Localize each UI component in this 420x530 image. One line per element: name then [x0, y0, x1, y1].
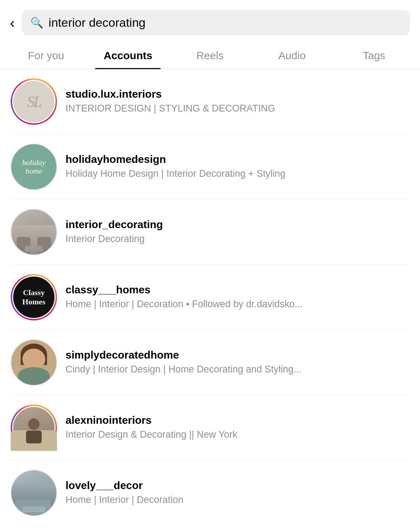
- search-bar[interactable]: 🔍 interior decorating: [22, 10, 410, 35]
- avatar: ClassyHomes: [11, 274, 57, 320]
- account-username: studio.lux.interiors: [66, 88, 409, 100]
- account-username: alexninointeriors: [66, 414, 409, 426]
- tab-reels[interactable]: Reels: [169, 42, 251, 69]
- avatar: [11, 339, 57, 386]
- list-item[interactable]: alexninointeriors Interior Design & Deco…: [0, 395, 420, 460]
- list-item[interactable]: SL studio.lux.interiors INTERIOR DESIGN …: [0, 69, 420, 134]
- account-username: holidayhomedesign: [66, 153, 409, 165]
- account-info: simplydecoratedhome Cindy | Interior Des…: [66, 349, 409, 376]
- account-info: lovely___decor Home | Interior | Decorat…: [66, 479, 409, 506]
- account-bio: Home | Interior | Decoration • Followed …: [66, 298, 409, 310]
- avatar: SL: [11, 78, 57, 125]
- list-item[interactable]: interior_decorating Interior Decorating: [0, 200, 420, 264]
- tab-bar: For you Accounts Reels Audio Tags: [0, 42, 420, 69]
- avatar: [11, 405, 57, 451]
- account-list: SL studio.lux.interiors INTERIOR DESIGN …: [0, 69, 420, 525]
- account-username: interior_decorating: [66, 218, 409, 231]
- account-bio: Interior Decorating: [66, 233, 409, 245]
- account-info: alexninointeriors Interior Design & Deco…: [66, 414, 409, 441]
- account-info: interior_decorating Interior Decorating: [66, 218, 409, 245]
- account-bio: Cindy | Interior Design | Home Decoratin…: [66, 363, 409, 376]
- list-item[interactable]: ClassyHomes classy___homes Home | Interi…: [0, 265, 420, 330]
- list-item[interactable]: holidayhome holidayhomedesign Holiday Ho…: [0, 134, 420, 199]
- account-info: classy___homes Home | Interior | Decorat…: [66, 284, 409, 310]
- account-username: simplydecoratedhome: [66, 349, 409, 361]
- avatar: holidayhome: [11, 144, 57, 190]
- tab-for-you[interactable]: For you: [5, 42, 87, 69]
- account-bio: Home | Interior | Decoration: [66, 494, 409, 506]
- account-bio: Interior Design & Decorating || New York: [66, 428, 409, 441]
- back-button[interactable]: ‹: [10, 16, 15, 30]
- account-username: lovely___decor: [66, 479, 409, 492]
- avatar: [11, 470, 57, 516]
- search-input[interactable]: interior decorating: [48, 16, 401, 30]
- search-icon: 🔍: [30, 16, 43, 29]
- account-username: classy___homes: [66, 284, 409, 296]
- tab-tags[interactable]: Tags: [333, 42, 415, 69]
- account-info: holidayhomedesign Holiday Home Design | …: [66, 153, 409, 180]
- list-item[interactable]: simplydecoratedhome Cindy | Interior Des…: [0, 330, 420, 395]
- header: ‹ 🔍 interior decorating: [0, 0, 420, 42]
- tab-accounts[interactable]: Accounts: [87, 42, 169, 69]
- account-info: studio.lux.interiors INTERIOR DESIGN | S…: [66, 88, 409, 115]
- account-bio: Holiday Home Design | Interior Decoratin…: [66, 168, 409, 180]
- tab-audio[interactable]: Audio: [251, 42, 333, 69]
- account-bio: INTERIOR DESIGN | STYLING & DECORATING: [66, 102, 409, 115]
- avatar: [11, 209, 57, 255]
- list-item[interactable]: lovely___decor Home | Interior | Decorat…: [0, 460, 420, 525]
